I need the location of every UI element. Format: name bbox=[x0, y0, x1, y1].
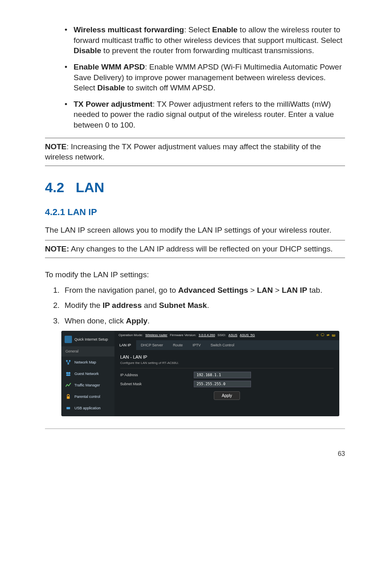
svg-point-4 bbox=[68, 372, 70, 374]
note-lan-ip: NOTE: Any changes to the LAN IP address … bbox=[45, 240, 345, 258]
guest-network-icon bbox=[65, 371, 71, 377]
intro-paragraph: The LAN IP screen allows you to modify t… bbox=[45, 225, 345, 236]
step-2: 2. Modify the IP address and Subnet Mask… bbox=[53, 300, 345, 311]
label-ip-address: IP Address bbox=[120, 373, 194, 377]
sidebar-category-general: General bbox=[61, 346, 114, 356]
sidebar-item-guest-network[interactable]: Guest Network bbox=[61, 368, 114, 379]
sidebar-item-traffic-manager[interactable]: Traffic Manager bbox=[61, 379, 114, 391]
svg-rect-2 bbox=[67, 363, 69, 364]
bullet-wireless-multicast: Wireless multicast forwarding: Select En… bbox=[65, 25, 345, 56]
tab-dhcp-server[interactable]: DHCP Server bbox=[136, 340, 168, 350]
sidebar-item-usb-application[interactable]: USB application bbox=[61, 402, 114, 414]
bullet-title: TX Power adjustment bbox=[74, 100, 152, 108]
apply-button[interactable]: Apply bbox=[214, 391, 240, 400]
note-tx-power: NOTE: Increasing the TX Power adjustment… bbox=[45, 138, 345, 166]
status-icon-1[interactable]: ⎋ bbox=[316, 333, 318, 338]
content-area: LAN - LAN IP Configure the LAN setting o… bbox=[114, 350, 339, 408]
tab-switch-control[interactable]: Switch Control bbox=[206, 340, 239, 350]
ssid-link-2[interactable]: ASUS_5G bbox=[240, 333, 255, 338]
status-icon-2[interactable]: 🖵 bbox=[321, 333, 324, 338]
usb-icon bbox=[65, 405, 71, 411]
tab-lan-ip[interactable]: LAN IP bbox=[114, 340, 136, 350]
status-icons: ⎋ 🖵 ⇄ 🖴 bbox=[316, 333, 335, 338]
svg-rect-6 bbox=[67, 396, 70, 399]
status-icon-4[interactable]: 🖴 bbox=[332, 333, 335, 338]
network-map-icon bbox=[65, 359, 71, 365]
section-heading: 4.2LAN bbox=[45, 178, 345, 197]
tab-bar: LAN IP DHCP Server Route IPTV Switch Con… bbox=[114, 340, 339, 350]
bullet-list: Wireless multicast forwarding: Select En… bbox=[65, 25, 345, 130]
tab-iptv[interactable]: IPTV bbox=[188, 340, 206, 350]
status-icon-3[interactable]: ⇄ bbox=[327, 333, 329, 338]
lock-icon bbox=[65, 394, 71, 399]
svg-rect-5 bbox=[66, 374, 71, 376]
subsection-heading: 4.2.1 LAN IP bbox=[45, 206, 345, 218]
step-1: 1. From the navigation panel, go to Adva… bbox=[53, 285, 345, 296]
quick-internet-setup[interactable]: Quick Internet Setup bbox=[61, 333, 114, 346]
bullet-title: Enable WMM APSD bbox=[74, 63, 145, 71]
footer-divider bbox=[45, 429, 345, 429]
router-ui-screenshot: Quick Internet Setup General Network Map… bbox=[61, 331, 339, 416]
svg-rect-0 bbox=[66, 360, 68, 361]
panel-title: LAN - LAN IP bbox=[120, 354, 334, 360]
main-panel: Operation Mode: Wireless router Firmware… bbox=[114, 331, 339, 416]
setup-icon bbox=[65, 336, 72, 343]
step-3: 3. When done, click Apply. bbox=[53, 316, 345, 326]
row-subnet-mask: Subnet Mask bbox=[120, 381, 334, 387]
steps-intro: To modify the LAN IP settings: bbox=[45, 269, 345, 280]
sidebar-item-network-map[interactable]: Network Map bbox=[61, 357, 114, 368]
sidebar: Quick Internet Setup General Network Map… bbox=[61, 331, 114, 416]
row-ip-address: IP Address bbox=[120, 372, 334, 378]
ssid-link-1[interactable]: ASUS bbox=[229, 333, 238, 338]
bullet-tx-power: TX Power adjustment: TX Power adjustment… bbox=[65, 99, 345, 130]
sidebar-item-parental-control[interactable]: Parental control bbox=[61, 391, 114, 402]
label-subnet-mask: Subnet Mask bbox=[120, 382, 194, 386]
status-bar: Operation Mode: Wireless router Firmware… bbox=[114, 331, 339, 340]
svg-rect-7 bbox=[67, 407, 70, 409]
tab-route[interactable]: Route bbox=[168, 340, 188, 350]
bullet-wmm-apsd: Enable WMM APSD: Enable WMM APSD (Wi-Fi … bbox=[65, 62, 345, 93]
firmware-link[interactable]: 3.0.0.4.260 bbox=[199, 333, 215, 338]
bullet-title: Wireless multicast forwarding bbox=[74, 25, 184, 34]
panel-subtitle: Configure the LAN setting of RT-AC68U. bbox=[120, 361, 334, 368]
input-ip-address[interactable] bbox=[194, 372, 251, 378]
svg-rect-1 bbox=[69, 360, 71, 361]
operation-mode-link[interactable]: Wireless router bbox=[146, 333, 168, 338]
traffic-icon bbox=[65, 382, 71, 388]
steps-list: 1. From the navigation panel, go to Adva… bbox=[53, 285, 345, 326]
svg-point-3 bbox=[66, 372, 68, 374]
page-number: 63 bbox=[45, 449, 345, 458]
input-subnet-mask[interactable] bbox=[194, 381, 251, 387]
